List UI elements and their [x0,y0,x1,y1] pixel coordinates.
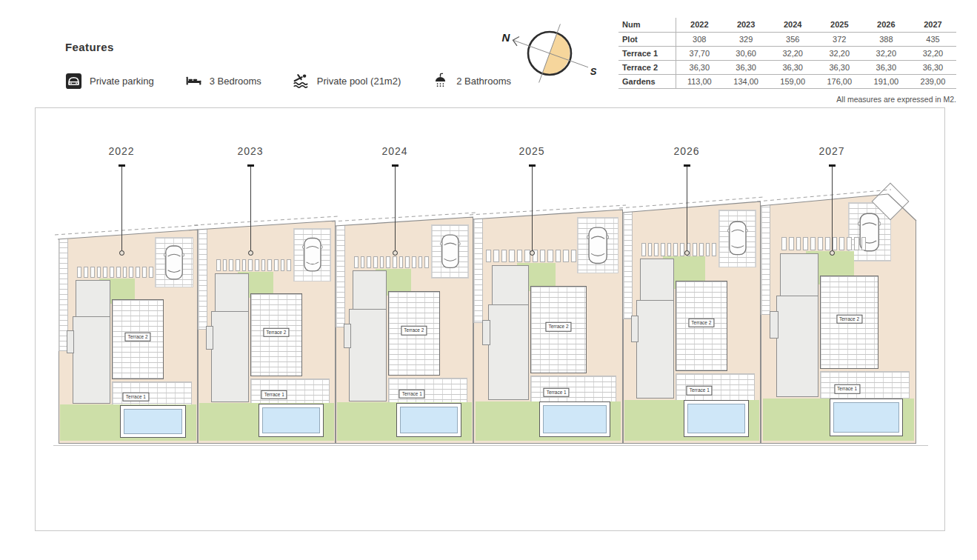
measurement-value: 32,20 [910,46,956,60]
pool-icon [293,73,310,90]
boundary-wall [336,224,345,327]
plot-2024: Terrace 2 Terrace 1 [336,217,473,444]
compass-rose: N S [494,10,605,96]
villa-building [215,273,249,312]
villa-building [776,296,818,397]
plot-number-label: 2026 [657,145,716,157]
table-header-year: 2023 [723,18,770,32]
boundary-wall [473,216,483,323]
villa-building [344,324,351,348]
terrace-2: Terrace 2 [676,281,727,371]
terrace-2: Terrace 2 [530,286,587,373]
plot-2027: Terrace 2 Terrace 1 [761,194,916,444]
feature-label: Private pool (21m2) [317,76,401,87]
measurement-value: 176,00 [816,74,863,88]
terrace-2: Terrace 2 [388,291,440,376]
measurement-value: 113,00 [676,74,723,88]
measurement-value: 36,30 [816,60,863,74]
villa-building [349,309,387,401]
terrace-2: Terrace 2 [820,276,878,369]
car-icon [587,221,609,270]
pergola-slats [641,243,716,256]
villa-building [206,326,213,350]
measurement-value: 32,20 [816,46,863,60]
table-header-year: 2025 [816,18,863,32]
table-note: All measures are expressed in M2. [618,95,956,104]
parking-area [293,228,332,281]
terrace-2-label: Terrace 2 [545,322,571,332]
table-row: Plot308329356372388435 [618,32,956,46]
measurement-value: 308 [676,32,723,46]
pool [539,401,610,437]
table-header-year: 2024 [770,18,816,32]
pergola-slats [216,259,291,271]
villa-building [631,316,638,342]
villa-building [640,259,674,301]
table-row: Terrace 137,7030,6032,2032,2032,2032,20 [618,46,956,60]
terrace-2-label: Terrace 2 [836,315,862,324]
plot-number-label: 2023 [221,145,280,157]
row-label: Terrace 2 [618,60,676,74]
measurement-value: 36,30 [863,60,910,74]
pool [120,405,186,438]
measurement-value: 32,20 [863,46,910,60]
villa-building [780,253,818,297]
terrace-1-label: Terrace 1 [399,390,425,399]
features-section: Features Private parking 3 Bedrooms Priv… [65,41,511,90]
pergola-slats [781,237,866,250]
page: Features Private parking 3 Bedrooms Priv… [0,0,977,560]
pool [259,404,324,437]
villa-building [482,320,490,346]
terrace-2-label: Terrace 2 [688,319,714,328]
pergola-slats [354,256,429,268]
villa-building [770,311,778,339]
measurement-value: 37,70 [676,46,723,60]
villa-building [636,300,674,399]
boundary-wall [198,227,207,330]
table-row: Terrace 236,3036,3036,3036,3036,3036,30 [618,60,956,74]
features-row: Private parking 3 Bedrooms Private pool … [65,73,511,90]
terrace-1-label: Terrace 1 [544,387,570,397]
row-label: Terrace 1 [618,46,676,60]
street-line [53,445,928,446]
terrace-1-label: Terrace 1 [834,384,860,394]
pool-water [262,407,320,433]
terrace-1-label: Terrace 1 [687,386,713,396]
parking-area [155,237,193,288]
measurement-value: 329 [723,32,770,46]
measurement-value: 32,20 [770,46,816,60]
feature-private-parking: Private parking [65,73,154,90]
pool-water [833,402,900,433]
boundary-wall [623,208,633,319]
measurement-value: 30,60 [723,46,770,60]
bed-icon [185,73,202,90]
measurement-value: 159,00 [770,74,816,88]
car-icon [440,228,461,274]
table-header-year: 2022 [676,18,723,32]
table-header-year: 2026 [863,18,910,32]
parking-icon [65,73,82,90]
plot-leader-line [121,165,122,250]
measurements-table-section: Num202220232024202520262027Plot308329356… [618,18,956,104]
plot-2022: Terrace 2 Terrace 1 [59,230,198,444]
plot-leader-line [532,165,533,250]
row-label: Gardens [618,74,676,88]
villa-building [353,270,387,310]
plot-number-label: 2024 [365,145,424,157]
terrace-2: Terrace 2 [112,299,164,379]
measurement-value: 388 [863,32,910,46]
measurement-value: 36,30 [676,60,723,74]
plot-2025: Terrace 2 Terrace 1 [473,210,623,444]
feature-bedrooms: 3 Bedrooms [185,73,261,90]
plot-number-label: 2025 [502,145,561,157]
compass-north-label: N [502,31,511,44]
measurement-value: 372 [816,32,863,46]
plot-2026: Terrace 2 Terrace 1 [623,201,761,444]
measurement-value: 36,30 [723,60,770,74]
measurement-value: 435 [910,32,956,46]
features-title: Features [65,41,511,53]
measurement-value: 36,30 [910,60,956,74]
feature-label: Private parking [90,76,154,87]
compass-south-label: S [590,66,597,77]
plot-leader-line [395,165,396,250]
